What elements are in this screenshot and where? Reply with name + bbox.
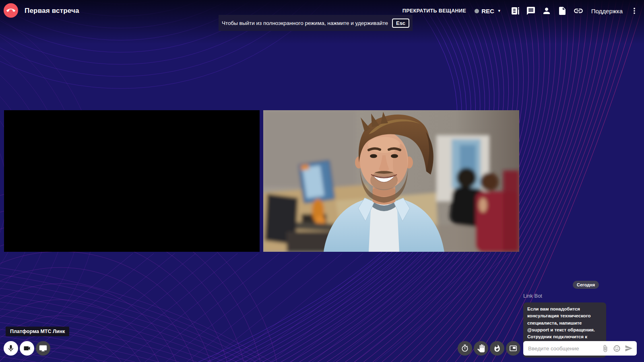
flame-icon <box>493 344 501 352</box>
camera-button[interactable] <box>20 341 34 356</box>
timer-icon <box>461 344 469 352</box>
screen-share-button[interactable] <box>36 341 50 356</box>
meeting-tools <box>458 341 520 356</box>
person-icon <box>542 6 551 16</box>
hangup-button[interactable] <box>4 3 18 18</box>
raise-hand-button[interactable] <box>474 341 488 356</box>
rec-indicator[interactable]: REC ▼ <box>475 8 501 14</box>
send-button[interactable] <box>625 344 633 352</box>
attach-button[interactable] <box>601 345 609 352</box>
meeting-window: Первая встреча ПРЕКРАТИТЬ ВЕЩАНИЕ REC ▼ <box>0 0 644 362</box>
emoji-icon <box>613 345 621 352</box>
participant-video-still <box>263 110 519 252</box>
video-tile-camera-off[interactable] <box>4 110 260 252</box>
esc-key-badge: Esc <box>392 19 409 28</box>
materials-button[interactable] <box>557 6 567 16</box>
rec-label: REC <box>481 8 494 14</box>
raise-hand-icon <box>477 344 485 352</box>
fullscreen-notice-text: Чтобы выйти из полноэкранного режима, на… <box>222 20 388 26</box>
microphone-button[interactable] <box>4 341 18 356</box>
kebab-menu-icon <box>630 7 638 15</box>
microphone-icon <box>7 344 15 352</box>
platform-badge: Платформа МТС Линк <box>6 327 69 336</box>
stop-broadcast-button[interactable]: ПРЕКРАТИТЬ ВЕЩАНИЕ <box>402 8 466 14</box>
participants-button[interactable] <box>542 6 551 16</box>
call-controls <box>4 341 50 356</box>
chat-input[interactable] <box>527 345 597 352</box>
meeting-title: Первая встреча <box>25 0 79 22</box>
send-icon <box>625 344 633 352</box>
reactions-button[interactable] <box>490 341 504 356</box>
chat-icon <box>526 6 536 16</box>
more-menu-button[interactable] <box>630 7 638 15</box>
hangup-phone-icon <box>6 6 15 15</box>
pip-button[interactable] <box>506 341 520 356</box>
file-icon <box>557 6 567 16</box>
camera-icon <box>23 344 31 352</box>
rec-dot <box>475 9 479 13</box>
fullscreen-notice: Чтобы выйти из полноэкранного режима, на… <box>219 15 413 31</box>
chat-date-badge: Сегодня <box>573 281 599 289</box>
chat-toggle-button[interactable] <box>526 6 536 16</box>
paperclip-icon <box>601 345 609 352</box>
video-tile-participant[interactable] <box>263 110 519 252</box>
support-button[interactable]: Поддержка <box>591 8 623 14</box>
chat-sender-name: Link Bot <box>523 293 542 299</box>
link-icon <box>573 6 584 16</box>
copy-link-button[interactable] <box>573 6 584 16</box>
timer-button[interactable] <box>458 341 472 356</box>
chevron-down-icon: ▼ <box>497 9 501 13</box>
screen-share-icon <box>39 344 47 352</box>
notes-icon <box>510 6 520 16</box>
chat-input-bar <box>523 341 637 356</box>
picture-in-picture-icon <box>509 344 517 352</box>
notes-button[interactable] <box>510 6 520 16</box>
emoji-button[interactable] <box>613 345 621 352</box>
chat-panel: Сегодня Link Bot Если вам понадобится ко… <box>523 0 638 362</box>
